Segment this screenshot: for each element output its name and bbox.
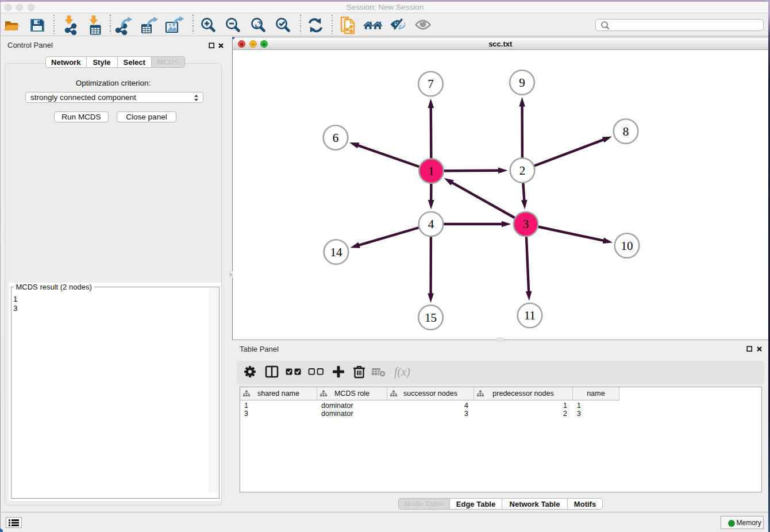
svg-text:10: 10 [621,239,633,253]
svg-text:6: 6 [333,131,339,145]
svg-text:3: 3 [523,217,529,231]
svg-text:7: 7 [428,77,434,91]
svg-text:11: 11 [524,309,536,322]
svg-text:2: 2 [519,164,526,178]
svg-text:8: 8 [623,125,629,138]
svg-text:14: 14 [330,245,343,259]
svg-text:9: 9 [519,76,525,90]
svg-text:15: 15 [425,311,437,325]
svg-text:4: 4 [428,217,434,231]
svg-text:1: 1 [428,164,434,178]
